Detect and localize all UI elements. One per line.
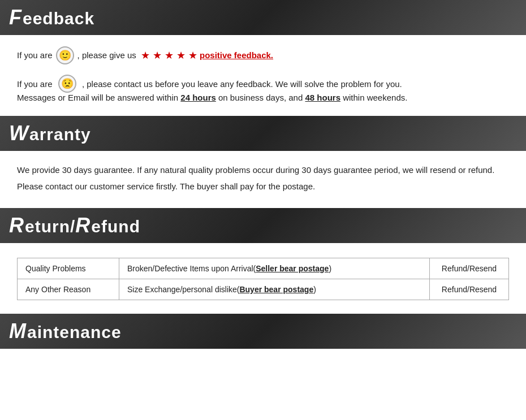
table-row: Any Other Reason Size Exchange/personal … (18, 279, 509, 300)
star-icons: ★ ★ ★ ★ ★ (141, 47, 197, 64)
refund-section: Return/Refund Quality Problems Broken/De… (0, 208, 526, 314)
feedback-content: If you are 🙂 , please give us ★ ★ ★ ★ ★ … (0, 35, 526, 116)
feedback-line2-post: , please contact us before you leave any… (82, 79, 402, 89)
hours-48: 48 hours (305, 93, 340, 102)
hours-24: 24 hours (180, 93, 216, 102)
refund-table: Quality Problems Broken/Defective Items … (17, 258, 509, 300)
feedback-title: Feedback (9, 6, 94, 29)
desc-quality-pre: Broken/Defective Items upon Arrival( (127, 264, 256, 273)
refund-header: Return/Refund (0, 208, 526, 243)
desc-quality-post: ) (329, 264, 331, 273)
feedback-header: Feedback (0, 0, 526, 35)
feedback-section: Feedback If you are 🙂 , please give us ★… (0, 0, 526, 116)
refund-title-r2: R (75, 214, 90, 237)
reason-quality: Quality Problems (18, 258, 119, 279)
feedback-title-first-letter: F (9, 6, 22, 29)
feedback-line2-block: If you are 😟 , please contact us before … (17, 75, 509, 102)
maintenance-section: Maintenance (0, 314, 526, 349)
happy-face-icon: 🙂 (56, 46, 74, 64)
feedback-line1-post: , please give us (77, 49, 136, 62)
feedback-line1: If you are 🙂 , please give us ★ ★ ★ ★ ★ … (17, 46, 509, 64)
reason-other: Any Other Reason (18, 279, 119, 300)
refund-title: Return/Refund (9, 214, 140, 237)
feedback-line1-pre: If you are (17, 49, 53, 62)
warranty-header: Warranty (0, 116, 526, 151)
refund-content: Quality Problems Broken/Defective Items … (0, 243, 526, 314)
warranty-section: Warranty We provide 30 days guarantee. I… (0, 116, 526, 208)
description-other: Size Exchange/personal dislike(Buyer bea… (119, 279, 430, 300)
refund-title-r1: R (9, 214, 24, 237)
sad-face-icon: 😟 (58, 75, 76, 93)
feedback-line3-pre: Messages or Email will be answered withi… (17, 93, 178, 102)
warranty-title-first-letter: W (9, 122, 29, 145)
table-row: Quality Problems Broken/Defective Items … (18, 258, 509, 279)
warranty-title: Warranty (9, 122, 91, 145)
positive-feedback-link[interactable]: positive feedback. (200, 49, 273, 62)
warranty-text: We provide 30 days guarantee. If any nat… (17, 162, 509, 194)
warranty-content: We provide 30 days guarantee. If any nat… (0, 151, 526, 208)
maintenance-title: Maintenance (9, 319, 122, 343)
feedback-line2-pre: If you are (17, 79, 53, 89)
action-quality: Refund/Resend (430, 258, 509, 279)
action-other: Refund/Resend (430, 279, 509, 300)
maintenance-header: Maintenance (0, 314, 526, 349)
refund-table-body: Quality Problems Broken/Defective Items … (18, 258, 509, 300)
seller-bear-postage: Seller bear postage (256, 264, 329, 273)
desc-other-pre: Size Exchange/personal dislike( (127, 285, 239, 294)
buyer-bear-postage: Buyer bear postage (239, 285, 313, 294)
description-quality: Broken/Defective Items upon Arrival(Sell… (119, 258, 430, 279)
desc-other-post: ) (313, 285, 316, 294)
maintenance-title-first-letter: M (9, 319, 27, 343)
